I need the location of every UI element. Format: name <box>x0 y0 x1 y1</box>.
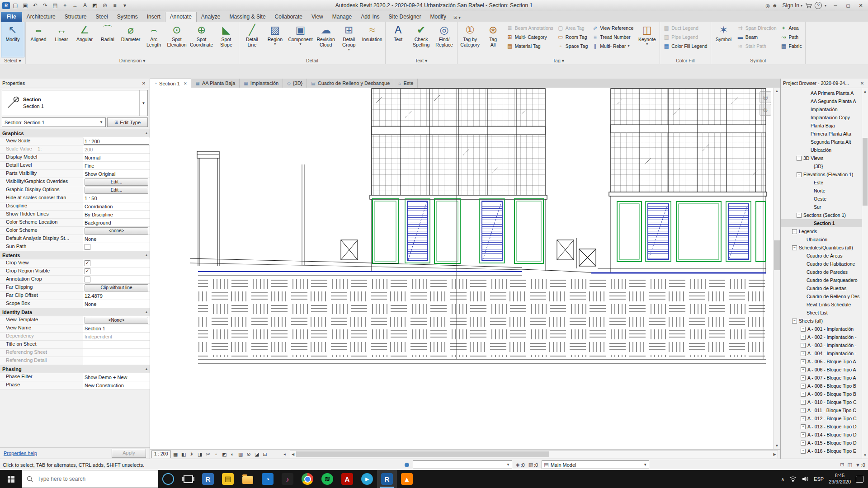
expand-node-icon[interactable]: + <box>801 408 806 413</box>
sign-in-button[interactable]: Sign In ▾ <box>783 2 802 9</box>
tree-item-3d[interactable]: {3D} <box>781 162 868 170</box>
check-spelling-button[interactable]: ✔Check Spelling <box>410 22 433 57</box>
tree-item-aa-segunda-planta-a[interactable]: AA Segunda Planta A <box>781 97 868 105</box>
expand-node-icon[interactable]: + <box>801 400 806 405</box>
property-value-scale-value-1[interactable]: 200 <box>83 145 150 153</box>
language-indicator[interactable]: ESP <box>814 476 824 482</box>
tree-item-primera-planta-alta[interactable]: Primera Planta Alta <box>781 130 868 138</box>
exclude-options-icon[interactable]: ⊡ <box>840 462 844 468</box>
collapse-node-icon[interactable]: − <box>797 156 802 161</box>
application-menu-icon[interactable]: R <box>2 2 10 9</box>
property-value-phase-filter[interactable]: Show Demo + New <box>83 373 150 381</box>
tree-item-a-014-bloque-tipo-d[interactable]: +A - 014 - Bloque Tipo D <box>781 431 868 439</box>
ribbon-tab-annotate[interactable]: Annotate <box>165 12 197 22</box>
property-value-sun-path[interactable] <box>83 243 150 251</box>
revision-cloud-button[interactable]: ☁Revision Cloud <box>315 22 337 57</box>
pipe-legend-button[interactable]: ▥Pipe Legend <box>661 33 709 41</box>
app-vlc-button[interactable]: ▲ <box>397 470 417 488</box>
material-tag-button[interactable]: ▤Material Tag <box>505 42 555 50</box>
property-group-extents[interactable]: Extents▴ <box>0 251 150 259</box>
tree-item-a-012-bloque-tipo-c[interactable]: +A - 012 - Bloque Tipo C <box>781 414 868 422</box>
expand-node-icon[interactable]: + <box>801 375 806 380</box>
scrollbar-thumb[interactable] <box>296 451 550 457</box>
tree-item-a-001-implantaci-n[interactable]: +A - 001 - Implantación <box>781 325 868 333</box>
scroll-down-icon[interactable]: ▼ <box>862 452 868 459</box>
properties-help-link[interactable]: Properties help <box>4 450 37 456</box>
scroll-up-icon[interactable]: ▲ <box>774 88 780 94</box>
cortana-button[interactable] <box>158 470 178 488</box>
radial-button[interactable]: ⌒Radial <box>96 22 119 57</box>
modify-options-icon[interactable]: ⊡ ▾ <box>452 13 462 22</box>
visual-style-icon[interactable]: ◧ <box>180 450 188 458</box>
detail-group-button[interactable]: ⊞Detail Group▾ <box>338 22 360 57</box>
tree-item-cuadro-de-reas[interactable]: Cuadro de Áreas <box>781 252 868 260</box>
app-revit-active-button[interactable]: R <box>377 470 397 488</box>
panel-label-text[interactable]: Text ▾ <box>387 57 456 64</box>
expand-node-icon[interactable]: + <box>801 416 806 421</box>
tree-item-a-004-implantaci-n[interactable]: +A - 004 - Implantación - <box>781 349 868 357</box>
ribbon-tab-modify[interactable]: Modify <box>426 12 451 22</box>
task-view-button[interactable] <box>178 470 198 488</box>
beam-annotations-button[interactable]: ≣Beam Annotations <box>505 23 555 32</box>
property-value-view-template[interactable]: <None> <box>83 316 150 324</box>
property-value-detail-level[interactable]: Fine <box>83 162 150 169</box>
tree-item-schedules-quantities-all[interactable]: −Schedules/Quantities (all) <box>781 244 868 252</box>
clock[interactable]: 8:45 29/9/2020 <box>829 473 851 485</box>
ribbon-tab-architecture[interactable]: Architecture <box>22 12 60 22</box>
expand-node-icon[interactable]: + <box>801 432 806 437</box>
path-button[interactable]: ↝Path <box>779 33 804 41</box>
expand-node-icon[interactable]: + <box>801 343 806 348</box>
tree-item-cuadro-de-parqueadero[interactable]: Cuadro de Parqueadero <box>781 276 868 284</box>
scroll-right-icon[interactable]: ▶ <box>772 452 778 456</box>
maximize-button[interactable]: ▢ <box>842 0 854 10</box>
area-tag-button[interactable]: ▢Area Tag <box>556 23 590 32</box>
show-crop-region-icon[interactable]: ▫ <box>212 450 220 458</box>
close-icon[interactable]: ✕ <box>140 81 147 86</box>
measure-icon[interactable]: ⌖ <box>61 1 70 10</box>
help-button[interactable]: ? <box>815 2 822 9</box>
multi-category-button[interactable]: ⊞Multi- Category <box>505 33 555 41</box>
property-value-dependency[interactable]: Independent <box>83 333 150 340</box>
insulation-button[interactable]: ≈Insulation <box>361 22 384 57</box>
spot-coordinate-button[interactable]: ⊕Spot Coordinate <box>189 22 214 57</box>
tree-item-este[interactable]: Este <box>781 178 868 187</box>
aligned-dimension-icon[interactable]: ↔ <box>71 1 80 10</box>
tree-item-planta-baja[interactable]: Planta Baja <box>781 122 868 130</box>
tree-item-segunda-planta-alt[interactable]: Segunda Planta Alt <box>781 138 868 146</box>
steering-wheel-icon[interactable]: ◎ <box>760 91 771 103</box>
app-chrome-button[interactable] <box>297 470 317 488</box>
component-button[interactable]: ▣Component▾ <box>287 22 314 57</box>
worksets-combobox[interactable]: ▼ <box>413 460 512 469</box>
property-group-identity-data[interactable]: Identity Data▴ <box>0 308 150 316</box>
zoom-tool-icon[interactable]: ⊕ <box>760 104 771 116</box>
app-revit-home-button[interactable]: R <box>198 470 218 488</box>
expand-node-icon[interactable]: + <box>801 392 806 397</box>
save-icon[interactable]: ▣ <box>21 1 30 10</box>
expand-node-icon[interactable]: + <box>801 359 806 364</box>
find-replace-button[interactable]: ◎Find/ Replace <box>433 22 456 57</box>
property-value-show-hidden-lines[interactable]: By Discipline <box>83 211 150 218</box>
tree-item-a-016-bloque-tipo-e[interactable]: +A - 016 - Bloque Tipo E <box>781 447 868 455</box>
expand-node-icon[interactable]: + <box>801 441 806 446</box>
minimize-button[interactable]: ─ <box>829 0 842 10</box>
default-3d-view-icon[interactable]: ◩ <box>90 1 99 10</box>
apply-button[interactable]: Apply <box>112 449 146 458</box>
vertical-scrollbar[interactable]: ▲ ▼ <box>773 88 780 449</box>
tree-item-a-005-bloque-tipo-a[interactable]: +A - 005 - Bloque Tipo A <box>781 357 868 366</box>
modify-button[interactable]: ↖Modify <box>1 22 24 57</box>
ribbon-tab-view[interactable]: View <box>307 12 328 22</box>
panel-label-select[interactable]: Select ▾ <box>1 57 24 64</box>
app-spotify-button[interactable]: ≋ <box>317 470 337 488</box>
tree-item-sheets-all[interactable]: −Sheets (all) <box>781 317 868 325</box>
scroll-left-icon[interactable]: ◀ <box>290 452 296 456</box>
app-file-explorer-button[interactable] <box>238 470 258 488</box>
undo-icon[interactable]: ↶ <box>31 1 40 10</box>
app-photos-button[interactable]: ◔ <box>258 470 278 488</box>
collapse-node-icon[interactable]: − <box>792 229 797 234</box>
app-telegram-button[interactable]: ▸ <box>357 470 377 488</box>
property-value-visibility-graphics-overrides[interactable]: Edit... <box>83 178 150 186</box>
tree-item-cuadro-de-puertas[interactable]: Cuadro de Puertas <box>781 284 868 292</box>
property-value-color-scheme[interactable]: <none> <box>83 227 150 235</box>
angular-button[interactable]: ∠Angular <box>73 22 96 57</box>
space-tag-button[interactable]: ▫Space Tag <box>556 42 590 50</box>
